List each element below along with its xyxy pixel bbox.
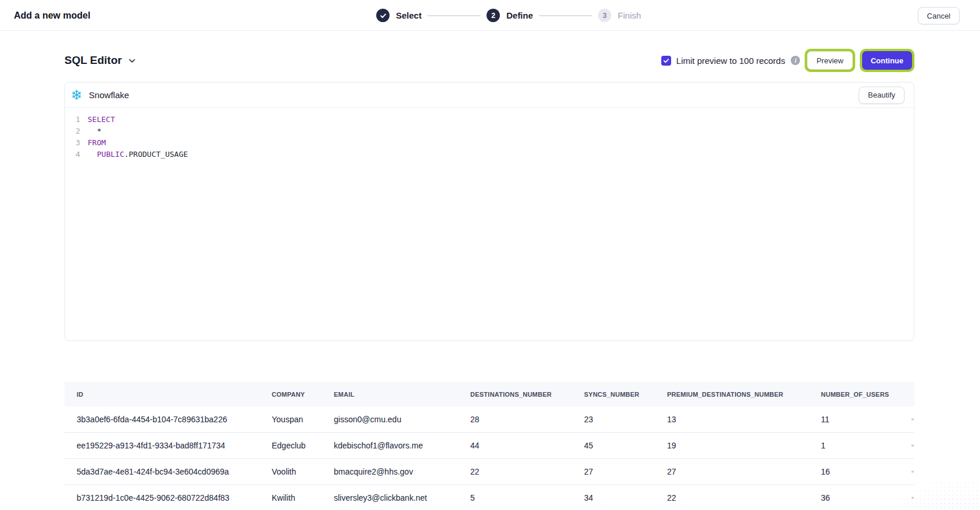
cell-destinations-number: 5 <box>470 493 584 502</box>
cell-company: Edgeclub <box>272 441 334 450</box>
cell-id: 5da3d7ae-4e81-424f-bc94-3e604cd0969a <box>77 467 272 476</box>
cell-premium-destinations-number: 19 <box>667 441 821 450</box>
cancel-button[interactable]: Cancel <box>918 7 960 24</box>
connection-header: ❄ Snowflake Beautify <box>65 82 914 108</box>
connection-name: Snowflake <box>89 90 129 100</box>
stepper: Select 2 Define 3 Finish <box>376 0 641 31</box>
step-define: 2 Define <box>487 9 533 22</box>
stepper-connector <box>539 15 592 16</box>
cell-email: gisson0@cmu.edu <box>334 415 470 424</box>
cell-syncs-number: 23 <box>584 415 667 424</box>
limit-preview-group: Limit preview to 100 records i <box>661 56 801 66</box>
table-body: 3b3a0ef6-6fda-4454-b104-7c89631ba226 You… <box>64 407 914 510</box>
step-finish-label: Finish <box>618 10 641 20</box>
page-title: Add a new model <box>14 0 91 31</box>
topbar: Add a new model Select 2 Define 3 Finish… <box>0 0 980 31</box>
step-complete-check-icon <box>376 9 390 22</box>
code-line: 2 * <box>65 125 914 137</box>
editor-type-dropdown[interactable]: SQL Editor <box>64 54 136 67</box>
line-number: 4 <box>65 149 80 160</box>
cell-number-of-users: 16 <box>821 467 914 476</box>
cell-id: b731219d-1c0e-4425-9062-680722d84f83 <box>77 493 272 502</box>
cell-destinations-number: 22 <box>470 467 584 476</box>
table-header-row: ID COMPANY EMAIL DESTINATIONS_NUMBER SYN… <box>64 382 914 407</box>
beautify-button[interactable]: Beautify <box>859 87 905 104</box>
column-header-number-of-users: NUMBER_OF_USERS <box>821 391 914 398</box>
snowflake-icon: ❄ <box>71 88 82 102</box>
step-finish-indicator: 3 <box>598 9 611 22</box>
cell-premium-destinations-number: 22 <box>667 493 821 502</box>
cell-destinations-number: 28 <box>470 415 584 424</box>
step-define-indicator: 2 <box>487 9 500 22</box>
cell-syncs-number: 27 <box>584 467 667 476</box>
preview-button[interactable]: Preview <box>807 51 852 70</box>
cell-number-of-users: 36 <box>821 493 914 502</box>
continue-button[interactable]: Continue <box>862 51 912 70</box>
cell-syncs-number: 34 <box>584 493 667 502</box>
column-header-destinations-number: DESTINATIONS_NUMBER <box>470 391 584 398</box>
sql-keyword: SELECT <box>88 115 115 124</box>
cell-id: ee195229-a913-4fd1-9334-bad8ff171734 <box>77 441 272 450</box>
sql-text: .PRODUCT_USAGE <box>124 150 188 159</box>
cell-number-of-users: 1 <box>821 441 914 450</box>
column-header-id: ID <box>77 391 272 398</box>
preview-button-highlight: Preview <box>805 49 855 72</box>
chevron-down-icon <box>128 56 136 65</box>
line-number: 3 <box>65 137 80 149</box>
continue-button-highlight: Continue <box>860 49 914 72</box>
column-header-premium-destinations-number: PREMIUM_DESTINATIONS_NUMBER <box>667 391 821 398</box>
step-define-label: Define <box>506 10 533 20</box>
toolbar-actions: Limit preview to 100 records i Preview C… <box>661 49 914 72</box>
cell-destinations-number: 44 <box>470 441 584 450</box>
column-header-company: COMPANY <box>272 391 334 398</box>
cell-id: 3b3a0ef6-6fda-4454-b104-7c89631ba226 <box>77 415 272 424</box>
step-select-label: Select <box>396 10 421 20</box>
cell-company: Youspan <box>272 415 334 424</box>
limit-preview-checkbox[interactable] <box>661 56 671 66</box>
cell-premium-destinations-number: 27 <box>667 467 821 476</box>
table-row: 5da3d7ae-4e81-424f-bc94-3e604cd0969a Voo… <box>64 459 914 485</box>
code-line: 3 FROM <box>65 137 914 149</box>
cell-premium-destinations-number: 13 <box>667 415 821 424</box>
sql-text: * <box>97 127 102 135</box>
cell-company: Voolith <box>272 467 334 476</box>
sql-editor-card: ❄ Snowflake Beautify 1 SELECT 2 * 3 FROM… <box>64 82 914 341</box>
info-icon[interactable]: i <box>791 56 800 65</box>
cell-email: sliversley3@clickbank.net <box>334 493 470 502</box>
limit-preview-label: Limit preview to 100 records <box>676 56 786 66</box>
cell-syncs-number: 45 <box>584 441 667 450</box>
cell-company: Kwilith <box>272 493 334 502</box>
results-preview-table: ID COMPANY EMAIL DESTINATIONS_NUMBER SYN… <box>64 382 914 510</box>
table-row: b731219d-1c0e-4425-9062-680722d84f83 Kwi… <box>64 485 914 510</box>
sql-schema: PUBLIC <box>97 150 124 159</box>
column-header-email: EMAIL <box>334 391 470 398</box>
cell-email: kdebischof1@flavors.me <box>334 441 470 450</box>
table-row: ee195229-a913-4fd1-9334-bad8ff171734 Edg… <box>64 433 914 459</box>
line-number: 2 <box>65 125 80 137</box>
table-row: 3b3a0ef6-6fda-4454-b104-7c89631ba226 You… <box>64 407 914 433</box>
cell-email: bmacquire2@hhs.gov <box>334 467 470 476</box>
code-line: 1 SELECT <box>65 114 914 125</box>
stepper-connector <box>427 15 481 16</box>
add-model-page: Add a new model Select 2 Define 3 Finish… <box>0 0 980 510</box>
step-finish: 3 Finish <box>598 9 641 22</box>
line-number: 1 <box>65 114 80 125</box>
code-line: 4 PUBLIC.PRODUCT_USAGE <box>65 149 914 160</box>
editor-type-label: SQL Editor <box>64 54 122 67</box>
editor-toolbar: SQL Editor Limit preview to 100 records … <box>64 45 914 76</box>
sql-keyword: FROM <box>88 138 106 147</box>
step-select: Select <box>376 9 421 22</box>
sql-code-editor[interactable]: 1 SELECT 2 * 3 FROM 4 PUBLIC.PRODUCT_USA… <box>65 108 914 166</box>
column-header-syncs-number: SYNCS_NUMBER <box>584 391 667 398</box>
cell-number-of-users: 11 <box>821 415 914 424</box>
